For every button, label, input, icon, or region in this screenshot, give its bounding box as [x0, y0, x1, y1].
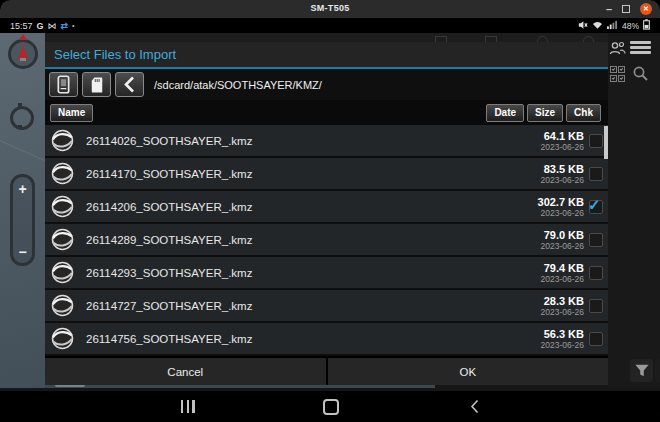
multiselect-grid-icon[interactable]	[610, 66, 626, 82]
file-meta: 79.0 KB 2023-06-26	[541, 229, 584, 251]
funnel-icon	[634, 363, 650, 378]
file-size: 302.7 KB	[538, 196, 584, 208]
search-icon[interactable]	[632, 65, 649, 86]
map-view[interactable]: + −	[0, 33, 46, 388]
back-button[interactable]	[470, 399, 479, 418]
file-checkbox[interactable]	[589, 266, 603, 280]
file-size: 64.1 KB	[541, 130, 584, 142]
sd-card-button[interactable]	[82, 72, 111, 97]
device-window: SM-T505 – ✕ 15:57 G ⋈ ⇄ • 48%	[0, 0, 660, 422]
google-earth-icon	[51, 195, 74, 218]
file-date: 2023-06-26	[541, 142, 584, 152]
file-meta: 56.3 KB 2023-06-26	[541, 328, 584, 350]
file-checkbox[interactable]	[589, 233, 603, 247]
compass-button[interactable]	[8, 39, 38, 69]
battery-percent: 48%	[622, 21, 639, 31]
close-button[interactable]: ✕	[640, 3, 652, 15]
google-earth-icon	[51, 129, 74, 152]
clock: 15:57	[10, 21, 33, 31]
cancel-button[interactable]: Cancel	[45, 358, 326, 385]
zoom-controls: + −	[10, 174, 35, 266]
file-row[interactable]: 26114170_SOOTHSAYER_.kmz 83.5 KB 2023-06…	[45, 158, 608, 191]
file-name: 26114727_SOOTHSAYER_.kmz	[86, 300, 252, 312]
back-nav-icon	[470, 399, 479, 414]
file-meta: 28.3 KB 2023-06-26	[541, 295, 584, 317]
window-title: SM-T505	[0, 3, 660, 13]
clear-button[interactable]	[655, 359, 660, 382]
file-date: 2023-06-26	[538, 208, 584, 218]
import-dialog: Select Files to Import /sdcard/atak/SOOT…	[45, 42, 608, 385]
google-earth-icon	[51, 162, 74, 185]
file-size: 83.5 KB	[541, 163, 584, 175]
google-earth-icon	[51, 261, 74, 284]
internal-storage-button[interactable]	[49, 72, 78, 97]
file-name: 26114170_SOOTHSAYER_.kmz	[86, 168, 252, 180]
file-meta: 302.7 KB 2023-06-26	[538, 196, 584, 218]
file-meta: 79.4 KB 2023-06-26	[541, 262, 584, 284]
self-location-button[interactable]	[10, 106, 34, 130]
home-button[interactable]	[323, 399, 339, 415]
sort-by-size-button[interactable]: Size	[527, 104, 563, 122]
file-size: 28.3 KB	[541, 295, 584, 307]
file-checkbox[interactable]	[589, 299, 603, 313]
back-chevron-icon	[124, 76, 135, 93]
file-date: 2023-06-26	[541, 241, 584, 251]
file-row[interactable]: 26114289_SOOTHSAYER_.kmz 79.0 KB 2023-06…	[45, 224, 608, 257]
maximize-button[interactable]	[622, 5, 630, 13]
navigate-up-button[interactable]	[115, 72, 144, 97]
filter-button[interactable]	[630, 359, 653, 382]
google-earth-icon	[51, 327, 74, 350]
file-checkbox[interactable]	[589, 200, 603, 214]
android-navbar	[0, 391, 660, 422]
file-name: 26114293_SOOTHSAYER_.kmz	[86, 267, 252, 279]
check-column-button[interactable]: Chk	[566, 104, 601, 122]
sort-by-date-button[interactable]: Date	[486, 104, 524, 122]
mute-icon	[578, 20, 588, 32]
file-row[interactable]: 26114727_SOOTHSAYER_.kmz 28.3 KB 2023-06…	[45, 290, 608, 323]
right-toolbar	[608, 33, 660, 388]
phone-icon	[56, 75, 71, 94]
file-row[interactable]: 26114756_SOOTHSAYER_.kmz 56.3 KB 2023-06…	[45, 323, 608, 356]
pairing-icon: ⋈	[48, 21, 57, 31]
file-row[interactable]: 26114293_SOOTHSAYER_.kmz 79.4 KB 2023-06…	[45, 257, 608, 290]
file-list: 26114026_SOOTHSAYER_.kmz 64.1 KB 2023-06…	[45, 125, 608, 356]
file-row[interactable]: 26114026_SOOTHSAYER_.kmz 64.1 KB 2023-06…	[45, 125, 608, 158]
scrollbar-thumb[interactable]	[604, 126, 608, 159]
battery-icon	[643, 19, 650, 32]
compass-needle-icon	[18, 45, 28, 59]
wifi-icon	[592, 20, 603, 32]
file-checkbox[interactable]	[589, 134, 603, 148]
dialog-title: Select Files to Import	[45, 42, 608, 69]
google-earth-icon	[51, 294, 74, 317]
google-earth-icon	[51, 228, 74, 251]
file-size: 56.3 KB	[541, 328, 584, 340]
contacts-icon[interactable]	[609, 41, 626, 60]
zoom-out-button[interactable]: −	[13, 244, 32, 260]
list-header: Name Date Size Chk	[45, 100, 608, 125]
file-name: 26114756_SOOTHSAYER_.kmz	[86, 333, 252, 345]
status-left: 15:57 G ⋈ ⇄ •	[10, 21, 75, 31]
file-row[interactable]: 26114206_SOOTHSAYER_.kmz 302.7 KB 2023-0…	[45, 191, 608, 224]
sync-icon: ⇄	[61, 21, 69, 31]
file-name: 26114026_SOOTHSAYER_.kmz	[86, 135, 252, 147]
file-meta: 64.1 KB 2023-06-26	[541, 130, 584, 152]
file-date: 2023-06-26	[541, 307, 584, 317]
toolbar-partial	[45, 33, 608, 42]
file-checkbox[interactable]	[589, 167, 603, 181]
path-toolbar: /sdcard/atak/SOOTHSAYER/KMZ/	[45, 69, 608, 100]
window-controls: – ✕	[606, 0, 652, 18]
ok-button[interactable]: OK	[328, 358, 609, 385]
current-path: /sdcard/atak/SOOTHSAYER/KMZ/	[154, 79, 322, 91]
recents-button[interactable]	[181, 400, 195, 413]
signal-icon	[607, 20, 618, 32]
window-titlebar: SM-T505 – ✕	[0, 0, 660, 18]
file-meta: 83.5 KB 2023-06-26	[541, 163, 584, 185]
minimize-button[interactable]: –	[606, 5, 612, 13]
file-checkbox[interactable]	[589, 332, 603, 346]
menu-icon[interactable]	[630, 41, 651, 54]
sort-by-name-button[interactable]: Name	[50, 104, 93, 122]
zoom-in-button[interactable]: +	[13, 181, 32, 197]
atak-app-background: + −	[0, 33, 660, 391]
status-right: 48%	[578, 19, 650, 32]
dialog-footer: Cancel OK	[45, 356, 608, 385]
